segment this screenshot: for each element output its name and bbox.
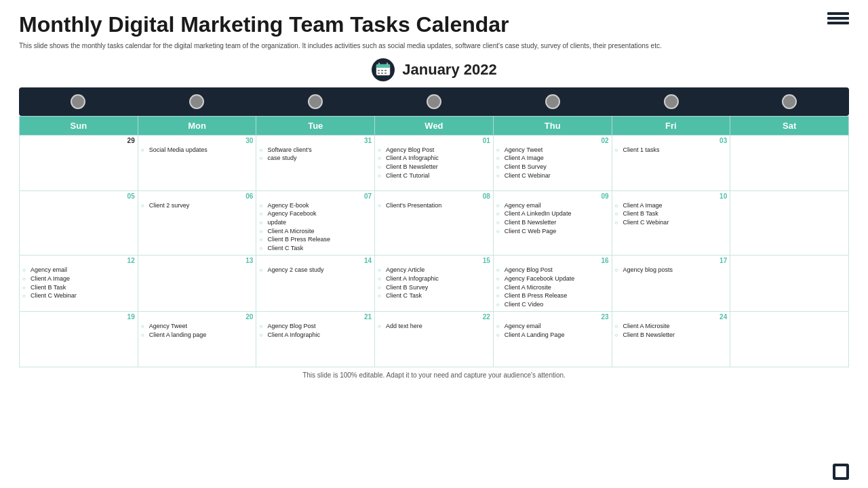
list-item: Agency Tweet	[496, 146, 609, 155]
header-mon: Mon	[138, 116, 256, 135]
gear-4	[427, 94, 441, 109]
list-item: Client's Presentation	[378, 201, 490, 210]
table-row	[730, 190, 849, 256]
svg-rect-6	[381, 70, 383, 71]
list-item: Client A Image	[22, 274, 135, 283]
table-row: 17Agency blog posts	[612, 256, 730, 312]
calendar-icon	[371, 58, 395, 82]
header-wed: Wed	[375, 116, 494, 135]
subtitle-text: This slide shows the monthly tasks calen…	[19, 41, 849, 51]
svg-rect-7	[384, 70, 387, 71]
svg-rect-9	[381, 73, 383, 74]
list-item: Social Media updates	[141, 146, 254, 155]
table-row: 03Client 1 tasks	[612, 135, 730, 190]
list-item: Agency Blog Post	[496, 266, 609, 274]
list-item: Client A Infographic	[259, 331, 372, 340]
gear-5	[545, 94, 560, 109]
list-item: Client 1 tasks	[615, 146, 728, 155]
svg-rect-10	[384, 73, 387, 74]
table-row: 30Social Media updates	[138, 135, 256, 190]
table-row: 23Agency emailClient A Landing Page	[493, 312, 612, 367]
svg-rect-2	[376, 64, 390, 68]
list-item: Client A Microsite	[259, 227, 372, 236]
table-row: 21Agency Blog PostClient A Infographic	[256, 312, 375, 367]
list-item: Agency email	[496, 322, 609, 331]
list-item: Client B Press Release	[259, 235, 372, 244]
table-row	[730, 135, 849, 190]
list-item: Client A Infographic	[378, 274, 490, 283]
list-item: Software client's	[259, 146, 372, 155]
list-item: Client A Microsite	[615, 322, 728, 331]
table-row: 12Agency emailClient A ImageClient B Tas…	[20, 256, 138, 312]
list-item: Client A Landing Page	[496, 331, 609, 340]
table-row: 20Agency TweetClient A landing page	[138, 312, 256, 367]
month-label: January 2022	[402, 61, 496, 79]
footer-text: This slide is 100% editable. Adapt it to…	[19, 371, 849, 379]
table-row	[730, 312, 849, 367]
list-item: Client C Task	[378, 291, 490, 300]
list-item: Client A Image	[615, 201, 728, 210]
gear-6	[664, 94, 679, 109]
table-row: 10Client A ImageClient B TaskClient C We…	[612, 190, 730, 256]
list-item: Client C Video	[496, 300, 609, 309]
list-item: Client B Press Release	[496, 291, 609, 300]
header-sun: Sun	[20, 116, 138, 135]
list-item: Client A Microsite	[496, 283, 609, 292]
list-item: Client A Infographic	[378, 154, 490, 163]
list-item: Client C Task	[259, 244, 372, 253]
table-row: 24Client A MicrositeClient B Newsletter	[612, 312, 730, 367]
list-item: Client C Tutorial	[378, 171, 490, 180]
list-item: Add text here	[378, 322, 490, 331]
list-item: Client C Webinar	[615, 218, 728, 227]
list-item: Client B Task	[22, 283, 135, 292]
gear-2	[189, 94, 204, 109]
bottom-right-calendar	[833, 464, 849, 480]
table-row: 01Agency Blog PostClient A InfographicCl…	[375, 135, 494, 190]
list-item: Agency Article	[378, 266, 490, 274]
header-fri: Fri	[612, 116, 730, 135]
svg-rect-5	[378, 70, 380, 71]
list-item: Agency blog posts	[615, 266, 728, 274]
table-row	[730, 256, 849, 312]
table-row: 22Add text here	[375, 312, 494, 367]
list-item: Client C Web Page	[496, 227, 609, 236]
table-row: 14Agency 2 case study	[256, 256, 375, 312]
list-item: Client C Webinar	[22, 291, 135, 300]
list-item: update	[259, 218, 372, 227]
list-item: case study	[259, 154, 372, 163]
list-item: Client B Newsletter	[378, 163, 490, 171]
list-item: Client B Newsletter	[496, 218, 609, 227]
header-sat: Sat	[730, 116, 849, 135]
list-item: Agency email	[22, 266, 135, 274]
list-item: Client A landing page	[141, 331, 254, 340]
list-item: Agency 2 case study	[259, 266, 372, 274]
table-row: 06Client 2 survey	[138, 190, 256, 256]
list-item: Client C Webinar	[496, 171, 609, 180]
list-item: Client B Task	[615, 209, 728, 218]
list-item: Agency E-book	[259, 201, 372, 210]
gear-1	[71, 94, 85, 109]
gear-7	[782, 94, 797, 109]
table-row: 07Agency E-bookAgency FacebookupdateClie…	[256, 190, 375, 256]
table-row: 05	[20, 190, 138, 256]
list-item: Client B Survey	[496, 163, 609, 171]
list-item: Client A Image	[496, 154, 609, 163]
list-item: Agency Blog Post	[259, 322, 372, 331]
table-row: 29	[20, 135, 138, 190]
table-row: 02Agency TweetClient A ImageClient B Sur…	[493, 135, 612, 190]
list-item: Agency Blog Post	[378, 146, 490, 155]
list-item: Agency Tweet	[141, 322, 254, 331]
table-row: 31Software client'scase study	[256, 135, 375, 190]
table-row: 09Agency emailClient A LinkedIn UpdateCl…	[493, 190, 612, 256]
list-item: Client 2 survey	[141, 201, 254, 210]
list-item: Agency Facebook	[259, 209, 372, 218]
page-title: Monthly Digital Marketing Team Tasks Cal…	[19, 12, 849, 37]
list-item: Client B Survey	[378, 283, 490, 292]
table-row: 08Client's Presentation	[375, 190, 494, 256]
table-row: 19	[20, 312, 138, 367]
calendar-header: Sun Mon Tue Wed Thu Fri Sat	[20, 116, 849, 135]
gear-strip	[19, 87, 849, 116]
menu-icon	[827, 12, 849, 24]
calendar-body: 2930Social Media updates31Software clien…	[20, 135, 849, 367]
table-row: 13	[138, 256, 256, 312]
